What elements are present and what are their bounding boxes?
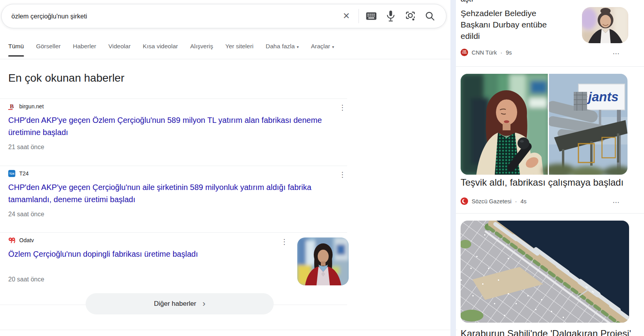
result-title-link[interactable]: CHP'den AKP'ye geçen Çerçioğlu'nun aile …: [8, 181, 329, 206]
divider: [456, 213, 644, 214]
search-input[interactable]: özlem çerçioğlu'nun şirketi: [11, 13, 337, 20]
feed-card-title[interactable]: Şehzadeler Belediye Başkanı Durbay entüb…: [461, 7, 567, 42]
more-options-button[interactable]: ⋮: [338, 104, 346, 111]
panel-gutter: [450, 0, 456, 336]
image-coastline-breakwater-render: [461, 221, 629, 323]
close-icon: ✕: [343, 11, 350, 21]
clear-search-button[interactable]: ✕: [337, 7, 356, 25]
section-heading: En çok okunan haberler: [8, 72, 124, 84]
search-tabs: Tümü Görseller Haberler Videolar Kısa vi…: [8, 43, 334, 57]
tab-kisa-videolar[interactable]: Kısa videolar: [143, 43, 178, 57]
news-result-3: Odatv Özlem Çerçioğlu'nun dopingli fabri…: [8, 235, 267, 283]
odatv-favicon: [8, 237, 15, 244]
source-name: T24: [19, 170, 29, 177]
source-name: Sözcü Gazetesi: [472, 198, 512, 205]
more-news-button[interactable]: Diğer haberler ›: [86, 293, 274, 314]
source-row[interactable]: Odatv: [8, 235, 267, 245]
voice-search-button[interactable]: [381, 7, 401, 25]
tab-tumu[interactable]: Tümü: [8, 43, 24, 57]
result-timestamp: 24 saat önce: [8, 211, 329, 218]
source-name: CNN Türk: [472, 49, 497, 56]
search-bar-icons: ✕: [337, 7, 440, 25]
tab-videolar[interactable]: Videolar: [108, 43, 131, 57]
source-row[interactable]: T24 T24: [8, 168, 329, 179]
tab-daha-fazla[interactable]: Daha fazla▾: [266, 43, 299, 57]
result-timestamp: 21 saat önce: [8, 144, 329, 151]
chevron-down-icon: ▾: [332, 45, 334, 49]
search-by-image-button[interactable]: [401, 7, 420, 25]
tab-yer-siteleri[interactable]: Yer siteleri: [225, 43, 254, 57]
result-title-link[interactable]: CHP'den AKP'ye geçen Özlem Çerçioğlu'nun…: [8, 114, 329, 139]
search-icon: [425, 11, 435, 21]
thumbnail-woman-red-blazer: [297, 237, 349, 285]
separator-dot: ·: [500, 49, 502, 56]
tab-araclar[interactable]: Araçlar▾: [311, 43, 334, 57]
source-name: Odatv: [19, 237, 34, 243]
feed-card-image[interactable]: jants: [461, 74, 628, 175]
more-options-button[interactable]: ⋯: [613, 198, 620, 206]
tabs-divider: [0, 59, 450, 59]
tab-alisveris[interactable]: Alışveriş: [190, 43, 213, 57]
separator-dot: ·: [515, 198, 517, 205]
feed-card-image[interactable]: [461, 221, 629, 323]
chevron-right-icon: ›: [203, 299, 205, 308]
search-bar-separator: [359, 9, 359, 23]
result-thumbnail-image[interactable]: [297, 237, 349, 285]
source-name: birgun.net: [19, 103, 44, 110]
timestamp: 9s: [506, 49, 512, 56]
divider: [456, 66, 644, 67]
search-bar[interactable]: özlem çerçioğlu'nun şirketi ✕: [1, 4, 446, 28]
microphone-icon: [386, 10, 395, 22]
divider: [0, 99, 347, 99]
keyboard-button[interactable]: [361, 7, 381, 25]
divider: [0, 166, 347, 166]
birgun-favicon: B: [8, 103, 15, 110]
feed-card-title[interactable]: Karaburun Sahili'nde 'Dalgakıran Projesi…: [461, 328, 641, 336]
cutoff-headline-fragment: aştı: [461, 0, 547, 4]
sign-text: jants: [587, 89, 618, 104]
search-submit-button[interactable]: [420, 7, 440, 25]
tab-haberler[interactable]: Haberler: [73, 43, 96, 57]
news-result-2: T24 T24 CHP'den AKP'ye geçen Çerçioğlu'n…: [8, 168, 329, 218]
timestamp: 4s: [520, 198, 526, 205]
keyboard-icon: [366, 12, 377, 20]
feed-card-source-row: CNN TÜRK CNN Türk · 9s: [461, 49, 512, 56]
more-options-button[interactable]: ⋮: [338, 172, 346, 178]
feed-card-thumbnail[interactable]: [582, 7, 628, 43]
thumbnail-woman-dark-blazer: [582, 7, 628, 43]
news-result-1: B birgun.net CHP'den AKP'ye geçen Özlem …: [8, 101, 329, 151]
feed-card-source-row: Sözcü Gazetesi · 4s: [461, 197, 527, 205]
more-options-button[interactable]: ⋯: [613, 49, 620, 58]
tab-gorseller[interactable]: Görseller: [36, 43, 61, 57]
result-timestamp: 20 saat önce: [8, 276, 267, 283]
cnn-turk-logo: CNN TÜRK: [461, 49, 468, 56]
image-woman-mic-and-factory: jants: [461, 74, 628, 175]
chevron-down-icon: ▾: [297, 45, 299, 49]
divider: [0, 232, 347, 233]
window-seam-line: [0, 330, 457, 330]
page: özlem çerçioğlu'nun şirketi ✕: [0, 0, 644, 336]
result-title-link[interactable]: Özlem Çerçioğlu'nun dopingli fabrikası ü…: [8, 248, 267, 260]
feed-card-title[interactable]: Teşvik aldı, fabrikası çalışmaya başladı: [461, 177, 641, 188]
source-row[interactable]: B birgun.net: [8, 101, 329, 111]
odatv-logo: [8, 237, 15, 244]
sozcu-logo: [461, 197, 468, 205]
t24-favicon: T24: [8, 170, 15, 177]
more-options-button[interactable]: ⋮: [280, 239, 288, 245]
camera-lens-icon: [405, 11, 416, 22]
